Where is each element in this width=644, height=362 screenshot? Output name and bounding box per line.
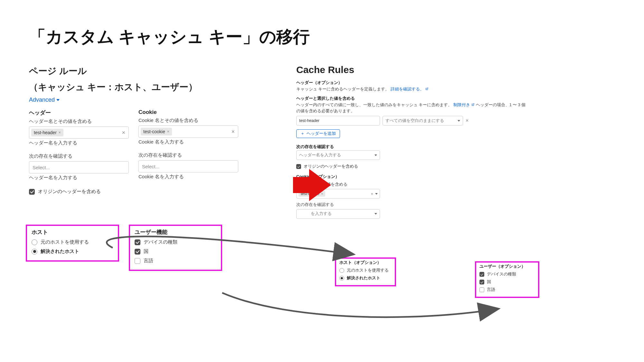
- r-user-lang-checkbox[interactable]: 言語: [479, 287, 535, 292]
- radio-unchecked-icon[interactable]: [32, 239, 37, 245]
- page-title: 「カスタム キャッシュ キー」の移行: [29, 26, 615, 48]
- r-presence-placeholder: ヘッダー名を入力する: [299, 153, 341, 158]
- r-user-opt2-label: 国: [487, 279, 491, 285]
- origin-header-checkbox-row[interactable]: オリジンのヘッダーを含める: [29, 189, 245, 195]
- cookie-presence-select[interactable]: Select...: [138, 160, 238, 172]
- cookie-chip[interactable]: test-cookie ×: [141, 128, 172, 135]
- cookie-chip-text: test-cookie: [143, 129, 165, 134]
- header-title: ヘッダー: [29, 109, 129, 116]
- r-presence-select[interactable]: ヘッダー名を入力する: [296, 150, 380, 160]
- checkbox-checked-icon[interactable]: [479, 272, 484, 277]
- chevron-down-icon: [458, 120, 460, 122]
- advanced-label: Advanced: [29, 97, 55, 103]
- header-chip[interactable]: test-header ×: [31, 129, 63, 136]
- r-user-highlight-box: ユーザー（オプション） デバイスの種類 国 言語: [475, 261, 539, 298]
- external-link-icon: [471, 103, 475, 107]
- chevron-down-icon: [374, 154, 377, 156]
- clear-icon[interactable]: ×: [371, 191, 373, 196]
- r-user-opt3-label: 言語: [487, 287, 495, 292]
- header-subcolumn: ヘッダー ヘッダー名とその値を含める test-header × × ヘッダー名…: [29, 108, 129, 183]
- r-host-option-original[interactable]: 元のホストを使用する: [339, 268, 392, 273]
- r-user-device-checkbox[interactable]: デバイスの種類: [479, 272, 535, 277]
- user-country-checkbox[interactable]: 国: [135, 248, 216, 255]
- r-host-opt1-label: 元のホストを使用する: [347, 268, 389, 273]
- arrow-right-icon: [293, 167, 332, 203]
- r-user-title: ユーザー（オプション）: [479, 264, 535, 269]
- checkbox-checked-icon[interactable]: [479, 280, 484, 284]
- radio-unchecked-icon[interactable]: [339, 268, 344, 273]
- r-host-option-resolved[interactable]: 解決されたホスト: [339, 275, 392, 281]
- checkbox-unchecked-icon[interactable]: [135, 258, 140, 264]
- user-opt2-label: 国: [144, 248, 148, 255]
- user-title: ユーザー機能: [135, 228, 216, 236]
- select-placeholder: Select...: [142, 164, 159, 169]
- r-header-opt-title: ヘッダー（オプション）: [296, 80, 528, 86]
- cookie-hint: Cookie 名を入力する: [138, 139, 238, 145]
- r-user-country-checkbox[interactable]: 国: [479, 279, 535, 285]
- host-opt2-label: 解決されたホスト: [41, 248, 79, 255]
- r-host-opt2-label: 解決されたホスト: [347, 275, 380, 281]
- left-heading-1: ページ ルール: [29, 64, 245, 78]
- r-header-input[interactable]: test-header: [296, 116, 380, 125]
- user-lang-checkbox[interactable]: 言語: [135, 258, 216, 264]
- cookie-tag-input[interactable]: test-cookie × ×: [138, 125, 238, 138]
- header-chip-text: test-header: [34, 130, 57, 135]
- r-select-placeholder: すべての値を空白のままにする: [385, 118, 444, 124]
- plus-icon: ＋: [300, 131, 305, 136]
- r-host-highlight-box: ホスト（オプション） 元のホストを使用する 解決されたホスト: [335, 257, 396, 286]
- checkbox-checked-icon[interactable]: [135, 249, 140, 255]
- header-tag-input[interactable]: test-header × ×: [29, 126, 129, 139]
- svg-marker-0: [293, 169, 331, 201]
- host-option-resolved[interactable]: 解決されたホスト: [32, 248, 113, 255]
- user-opt3-label: 言語: [144, 258, 153, 264]
- host-opt1-label: 元のホストを使用する: [41, 239, 89, 245]
- header-include-label: ヘッダー名とその値を含める: [29, 118, 129, 125]
- left-heading-2: （キャッシュ キー：ホスト、ユーザー）: [29, 80, 245, 94]
- host-highlight-box: ホスト 元のホストを使用する 解決されたホスト: [26, 225, 119, 262]
- chevron-down-icon: [375, 193, 378, 195]
- cookie-title: Cookie: [138, 109, 238, 116]
- r-user-opt1-label: デバイスの種類: [487, 272, 516, 277]
- r-header-opt-desc: キャッシュ キーに含めるヘッダーを定義します。 詳細を確認する。: [296, 86, 528, 92]
- radio-checked-icon[interactable]: [339, 276, 344, 281]
- r-presence-title: 次の存在を確認する: [296, 144, 528, 150]
- r-header-sel-desc: ヘッダー内のすべての値に一致し、一致した値のみをキャッシュ キーに含めます。 制…: [296, 102, 528, 114]
- host-option-original[interactable]: 元のホストを使用する: [32, 239, 113, 245]
- radio-checked-icon[interactable]: [32, 249, 37, 255]
- remove-row-icon[interactable]: ×: [466, 118, 469, 124]
- chevron-down-icon: [56, 98, 60, 102]
- chevron-down-icon: [374, 213, 377, 215]
- checkbox-checked-icon[interactable]: [29, 189, 35, 195]
- origin-header-label: オリジンのヘッダーを含める: [38, 189, 101, 195]
- user-device-checkbox[interactable]: デバイスの種類: [135, 239, 216, 245]
- header-hint: ヘッダー名を入力する: [29, 140, 129, 146]
- left-column: ページ ルール （キャッシュ キー：ホスト、ユーザー） Advanced ヘッダ…: [29, 64, 245, 219]
- right-heading: Cache Rules: [296, 64, 528, 75]
- user-opt1-label: デバイスの種類: [144, 239, 177, 245]
- restricted-link[interactable]: 制限付き: [453, 103, 476, 107]
- chip-remove-icon[interactable]: ×: [59, 130, 61, 135]
- cookie-include-label: Cookie 名とその値を含める: [138, 117, 238, 124]
- chip-remove-icon[interactable]: ×: [167, 129, 169, 134]
- r-header-values-select[interactable]: すべての値を空白のままにする: [383, 116, 463, 125]
- r-host-title: ホスト（オプション）: [339, 260, 392, 265]
- clear-icon[interactable]: ×: [120, 129, 127, 136]
- checkbox-unchecked-icon[interactable]: [479, 287, 484, 292]
- select-placeholder: Select...: [33, 165, 50, 170]
- cookie-hint2: Cookie 名を入力する: [138, 174, 238, 180]
- header-presence-label: 次の存在を確認する: [29, 153, 129, 159]
- r-header-sel-title: ヘッダーと選択した値を含める: [296, 96, 528, 101]
- advanced-toggle[interactable]: Advanced: [29, 97, 60, 103]
- add-header-button[interactable]: ＋ ヘッダーを追加: [296, 129, 340, 138]
- details-link[interactable]: 詳細を確認する。: [391, 87, 429, 91]
- r-cookie-presence-select[interactable]: pad を入力する: [296, 209, 380, 219]
- add-header-label: ヘッダーを追加: [307, 131, 336, 136]
- clear-icon[interactable]: ×: [230, 128, 236, 135]
- header-hint2: ヘッダー名を入力する: [29, 175, 129, 181]
- cookie-subcolumn: Cookie Cookie 名とその値を含める test-cookie × × …: [138, 108, 238, 183]
- user-highlight-box: ユーザー機能 デバイスの種類 国 言語: [129, 225, 222, 271]
- header-presence-select[interactable]: Select...: [29, 161, 129, 173]
- r-cookie-ph: を入力する: [311, 211, 332, 217]
- host-title: ホスト: [32, 228, 113, 236]
- checkbox-checked-icon[interactable]: [135, 239, 140, 245]
